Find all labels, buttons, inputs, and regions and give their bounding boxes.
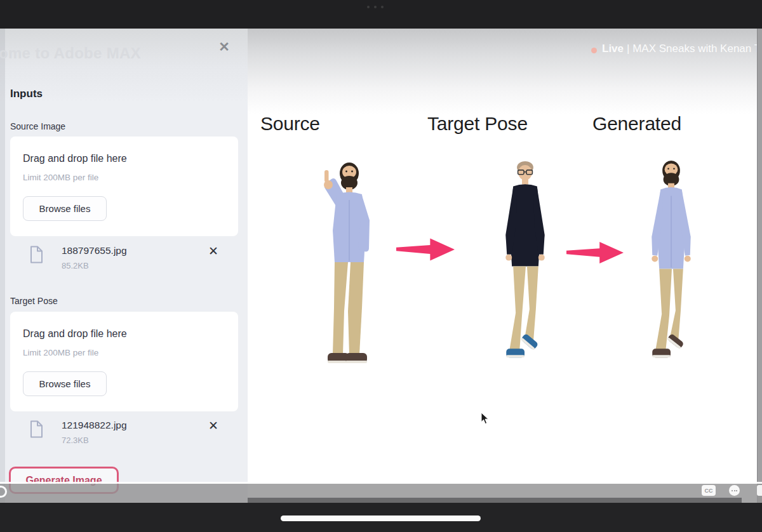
tablet-bottom-bar: [0, 503, 762, 532]
file-size: 85.2KB: [62, 261, 89, 270]
video-frame: ome to Adobe MAX ✕ Inputs Source Image D…: [0, 0, 762, 532]
inputs-heading: Inputs: [10, 88, 43, 100]
remove-file-icon[interactable]: ✕: [206, 418, 221, 434]
file-icon: [29, 420, 44, 439]
uploaded-file-row: 121948822.jpg 72.3KB ✕: [0, 418, 248, 448]
source-person-figure: [304, 156, 389, 375]
arrow-right-icon: [396, 236, 455, 263]
arrow-right-icon: [566, 240, 624, 265]
file-icon: [29, 246, 44, 264]
live-stream-title: Live| MAX Sneaks with Kenan Tho: [602, 43, 758, 55]
remove-file-icon[interactable]: ✕: [206, 244, 221, 259]
live-dot-icon: [591, 48, 597, 53]
column-title-source: Source: [260, 113, 320, 135]
generated-person-figure: [636, 157, 706, 374]
top-dots-indicator-icon: [367, 6, 384, 8]
source-image-dropzone[interactable]: Drag and drop file here Limit 200MB per …: [10, 136, 238, 236]
dropzone-limit: Limit 200MB per file: [23, 173, 98, 182]
show-title: | MAX Sneaks with Kenan Tho: [627, 43, 758, 55]
target-pose-label: Target Pose: [10, 296, 58, 306]
live-label: Live: [602, 43, 624, 55]
dropzone-title: Drag and drop file here: [23, 328, 127, 340]
target-pose-dropzone[interactable]: Drag and drop file here Limit 200MB per …: [10, 312, 238, 411]
dropzone-limit: Limit 200MB per file: [23, 348, 98, 357]
column-title-target-pose: Target Pose: [427, 113, 528, 135]
column-title-generated: Generated: [592, 113, 681, 135]
file-name: 188797655.jpg: [62, 245, 127, 256]
tablet-top-bar: [0, 0, 762, 29]
partial-control-icon[interactable]: [757, 485, 762, 496]
panel-title: ome to Adobe MAX: [0, 44, 141, 62]
browse-files-button[interactable]: Browse files: [23, 371, 107, 396]
inputs-sidebar: ome to Adobe MAX ✕ Inputs Source Image D…: [0, 29, 248, 503]
target-pose-person-figure: [490, 158, 560, 375]
file-size: 72.3KB: [62, 436, 89, 445]
video-scrub-bar[interactable]: [248, 498, 742, 503]
closed-captions-button[interactable]: CC: [702, 485, 716, 496]
close-icon[interactable]: ✕: [216, 39, 232, 55]
file-name: 121948822.jpg: [62, 420, 127, 431]
uploaded-file-row: 188797655.jpg 85.2KB ✕: [0, 243, 248, 274]
edge-scrollbar[interactable]: [757, 29, 762, 503]
mouse-cursor-icon: [481, 412, 489, 425]
dropzone-title: Drag and drop file here: [23, 153, 127, 164]
source-image-label: Source Image: [10, 121, 65, 131]
home-indicator[interactable]: [281, 515, 481, 521]
browse-files-button[interactable]: Browse files: [23, 196, 107, 221]
more-options-button[interactable]: [729, 485, 740, 496]
demo-canvas: Live| MAX Sneaks with Kenan Tho Source T…: [248, 29, 762, 503]
